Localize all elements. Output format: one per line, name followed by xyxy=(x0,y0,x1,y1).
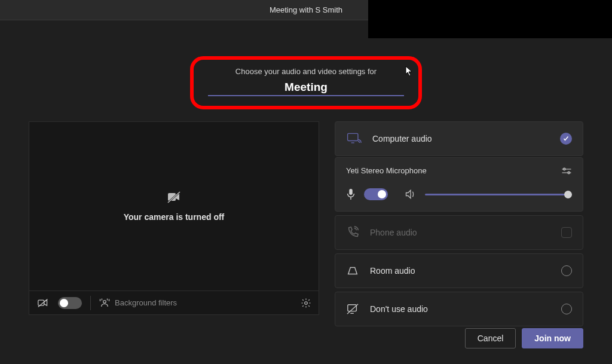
cancel-button[interactable]: Cancel xyxy=(465,328,516,348)
svg-rect-19 xyxy=(348,305,357,311)
settings-header: Choose your audio and video settings for xyxy=(0,56,612,109)
meeting-name-field-wrap xyxy=(208,81,404,96)
audio-option-label: Room audio xyxy=(370,266,550,276)
background-filters-icon xyxy=(99,298,110,308)
svg-rect-11 xyxy=(348,133,358,140)
audio-option-room[interactable]: Room audio xyxy=(335,253,583,288)
speaker-icon xyxy=(405,189,417,200)
camera-panel: Your camera is turned off Background fil… xyxy=(29,121,319,326)
svg-point-10 xyxy=(305,301,308,304)
check-icon xyxy=(560,133,572,145)
device-settings-icon[interactable] xyxy=(561,167,572,175)
phone-audio-icon xyxy=(346,226,359,239)
audio-device-card: Yeti Stereo Microphone xyxy=(335,157,583,212)
title-text: Meeting with S Smith xyxy=(270,5,342,14)
camera-off-small-icon xyxy=(36,298,50,308)
microphone-icon xyxy=(346,188,356,200)
svg-rect-17 xyxy=(349,189,352,195)
audio-option-label: Computer audio xyxy=(372,134,549,143)
audio-panel: Computer audio Yeti Stereo Microphone xyxy=(335,121,583,326)
camera-off-icon xyxy=(167,191,181,204)
computer-audio-icon xyxy=(346,131,362,146)
microphone-toggle[interactable] xyxy=(364,188,388,200)
divider xyxy=(90,296,91,310)
gear-icon[interactable] xyxy=(301,298,311,308)
camera-toggle[interactable] xyxy=(58,297,82,309)
camera-off-message: Your camera is turned off xyxy=(124,212,225,222)
blanked-region xyxy=(368,0,612,38)
audio-option-computer[interactable]: Computer audio xyxy=(335,121,583,156)
room-audio-icon xyxy=(346,265,359,277)
audio-option-none[interactable]: Don't use audio xyxy=(335,292,583,326)
camera-preview: Your camera is turned off xyxy=(29,121,319,291)
audio-option-phone[interactable]: Phone audio xyxy=(335,215,583,250)
annotation-highlight-box: Choose your audio and video settings for xyxy=(190,56,422,109)
meeting-name-input[interactable] xyxy=(208,81,404,94)
audio-option-label: Phone audio xyxy=(370,228,550,237)
radio-indicator xyxy=(561,304,572,314)
background-filters-label: Background filters xyxy=(115,298,177,307)
radio-indicator xyxy=(561,227,572,238)
audio-option-label: Don't use audio xyxy=(370,304,550,314)
settings-subtitle: Choose your audio and video settings for xyxy=(235,67,377,76)
svg-point-5 xyxy=(103,300,106,303)
no-audio-icon xyxy=(346,303,359,315)
volume-slider[interactable] xyxy=(425,194,572,195)
title-bar: Meeting with S Smith xyxy=(0,0,612,20)
join-now-button[interactable]: Join now xyxy=(522,328,583,348)
action-buttons: Cancel Join now xyxy=(465,328,583,348)
radio-indicator xyxy=(561,265,572,276)
background-filters-button[interactable]: Background filters xyxy=(99,298,292,308)
audio-device-name: Yeti Stereo Microphone xyxy=(346,166,427,175)
camera-controls: Background filters xyxy=(29,291,319,315)
